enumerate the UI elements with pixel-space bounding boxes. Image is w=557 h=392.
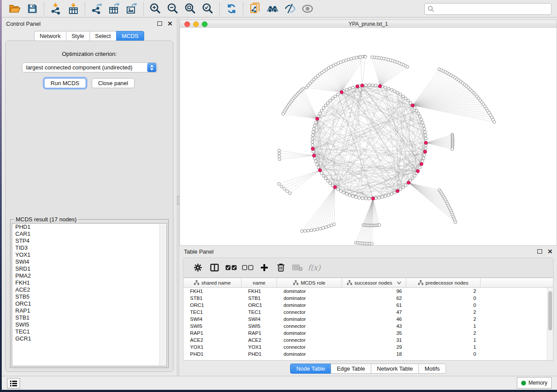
optimization-criterion-select[interactable]: largest connected component (undirected) [22, 62, 157, 72]
mcds-result-item[interactable]: SWI5 [12, 321, 166, 328]
column-label: successor nodes [354, 280, 392, 285]
mcds-result-item[interactable]: SWI4 [12, 258, 166, 265]
cell-shared-name: TEC1 [183, 309, 242, 316]
search-input[interactable] [434, 3, 551, 14]
column-label: MCDS role [301, 280, 325, 285]
delete-table-icon[interactable] [289, 261, 306, 274]
export-network-icon[interactable] [88, 2, 106, 16]
panel-divider[interactable] [177, 18, 179, 376]
sort-desc-icon [397, 282, 401, 284]
refresh-icon[interactable] [223, 2, 240, 16]
open-file-icon[interactable] [6, 2, 24, 16]
table-row[interactable]: ACE2ACE2connector311 [183, 337, 553, 344]
cell-MCDS-role: dominator [277, 316, 342, 323]
tab-mcds[interactable]: MCDS [116, 31, 144, 41]
add-column-icon[interactable] [256, 261, 273, 274]
mcds-result-item[interactable]: GCR1 [12, 335, 166, 342]
table-settings-gear-icon[interactable] [190, 261, 206, 274]
cell-successor-nodes: 47 [342, 309, 406, 316]
tab-motifs[interactable]: Motifs [419, 364, 446, 374]
mcds-result-item[interactable]: TEC1 [12, 328, 166, 335]
table-row[interactable]: SWI4SWI4dominator462 [183, 316, 553, 323]
select-all-icon[interactable] [223, 261, 239, 274]
table-row[interactable]: FKH1FKH1dominator962 [183, 288, 553, 295]
export-table-icon[interactable] [106, 2, 123, 16]
mcds-result-item[interactable]: SRD1 [12, 265, 166, 272]
column-header-shared-name[interactable]: shared name [183, 278, 242, 287]
close-icon[interactable]: ✕ [167, 21, 173, 26]
float-window-icon[interactable] [157, 21, 162, 26]
float-window-icon[interactable] [537, 249, 542, 254]
export-image-icon[interactable] [123, 2, 141, 16]
import-network-icon[interactable] [47, 2, 65, 16]
table-row[interactable]: TEC1TEC1connector472 [183, 309, 553, 316]
cell-predecessor-nodes: 2 [406, 288, 481, 295]
mcds-result-item[interactable]: ORC1 [12, 300, 166, 307]
mcds-result-item[interactable]: FKH1 [12, 279, 166, 286]
zoom-fit-icon[interactable] [182, 2, 199, 16]
first-neighbors-icon[interactable] [264, 2, 281, 16]
tab-edge-table[interactable]: Edge Table [331, 364, 371, 374]
hide-selected-icon[interactable] [281, 2, 299, 16]
mcds-result-item[interactable]: CAR1 [12, 230, 166, 237]
mcds-result-item[interactable]: PMA2 [12, 272, 166, 279]
table-scrollbar[interactable] [547, 288, 553, 360]
tree-icon [293, 280, 298, 285]
close-icon[interactable]: ✕ [547, 249, 553, 254]
task-history-button[interactable] [7, 378, 20, 389]
mcds-result-item[interactable]: YOX1 [12, 251, 166, 258]
network-canvas[interactable] [180, 28, 557, 245]
application-window: Control Panel ✕ NetworkStyleSelectMCDS O… [2, 0, 557, 390]
show-all-icon[interactable] [299, 2, 316, 16]
close-panel-button[interactable]: Close panel [92, 78, 135, 88]
table-row[interactable]: YOX1YOX1connector291 [183, 344, 553, 351]
tab-network-table[interactable]: Network Table [371, 364, 419, 374]
import-table-icon[interactable] [65, 2, 82, 16]
table-row[interactable]: ORC1ORC1dominator610 [183, 302, 553, 309]
tab-select[interactable]: Select [90, 31, 117, 41]
search-field[interactable] [424, 3, 552, 15]
mcds-result-item[interactable]: PHD1 [12, 224, 166, 230]
mcds-result-item[interactable]: STP4 [12, 237, 166, 244]
table-row[interactable]: SWI5SWI5connector431 [183, 323, 553, 330]
zoom-selected-icon[interactable] [199, 2, 217, 16]
list-scrollbar[interactable] [159, 224, 166, 365]
column-header-name[interactable]: name [242, 278, 277, 287]
tab-node-table[interactable]: Node Table [290, 364, 331, 374]
mcds-result-groupbox: MCDS result (17 nodes) PHD1CAR1STP4TID3Y… [10, 219, 169, 368]
cell-successor-nodes: 31 [342, 337, 406, 344]
table-row[interactable]: STB1STB1dominator620 [183, 295, 553, 302]
mcds-result-item[interactable]: STB5 [12, 293, 166, 300]
deselect-all-icon[interactable] [239, 261, 256, 274]
table-row[interactable]: RAP1RAP1dominator352 [183, 330, 553, 337]
cell-predecessor-nodes: 1 [406, 344, 481, 351]
mcds-result-item[interactable]: RAP1 [12, 307, 166, 314]
zoom-in-icon[interactable] [147, 2, 164, 16]
zoom-out-icon[interactable] [164, 2, 182, 16]
column-header-MCDS-role[interactable]: MCDS role [277, 278, 342, 287]
cell-MCDS-role: connector [277, 323, 342, 330]
cell-shared-name: ACE2 [183, 337, 242, 344]
mcds-result-item[interactable]: TID3 [12, 244, 166, 251]
mcds-result-list[interactable]: PHD1CAR1STP4TID3YOX1SWI4SRD1PMA2FKH1ACE2… [12, 223, 167, 366]
memory-button[interactable]: Memory [517, 377, 552, 389]
network-window-titlebar[interactable]: YPA_prune.txt_1 [180, 20, 557, 28]
show-columns-icon[interactable] [206, 261, 223, 274]
scrollbar-thumb[interactable] [548, 291, 552, 330]
column-header-successor-nodes[interactable]: successor nodes [342, 278, 406, 287]
run-mcds-button[interactable]: Run MCDS [44, 78, 86, 88]
delete-column-icon[interactable] [273, 261, 289, 274]
function-builder-icon[interactable]: f(x) [306, 261, 322, 274]
mcds-result-item[interactable]: ACE2 [12, 286, 166, 293]
save-session-icon[interactable] [24, 2, 41, 16]
tab-network[interactable]: Network [34, 31, 66, 41]
select-stepper-icon [147, 63, 156, 72]
export-to-web-icon[interactable] [246, 2, 264, 16]
tree-icon [347, 280, 352, 285]
tab-style[interactable]: Style [66, 31, 90, 41]
table-row[interactable]: PHD1PHD1dominator180 [183, 351, 553, 358]
network-graph[interactable] [180, 28, 557, 245]
mcds-result-item[interactable]: STB1 [12, 314, 166, 321]
cell-shared-name: SWI5 [183, 323, 242, 330]
column-header-predecessor-nodes[interactable]: predecessor nodes [406, 278, 481, 287]
